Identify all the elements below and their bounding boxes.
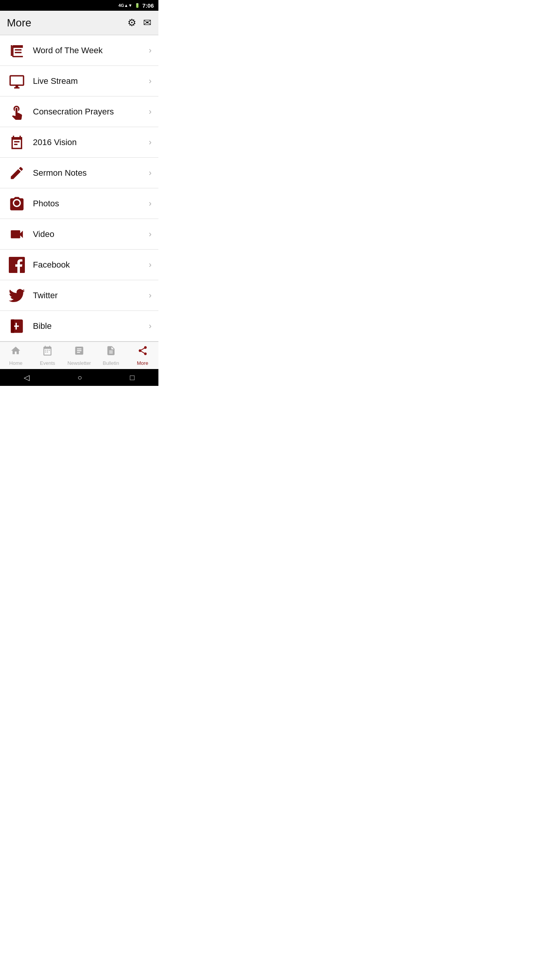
facebook-icon bbox=[7, 257, 27, 273]
menu-item-bible[interactable]: Bible › bbox=[0, 311, 158, 341]
nav-item-home-label: Home bbox=[9, 360, 23, 366]
bible-icon bbox=[7, 318, 27, 334]
back-button[interactable]: ◁ bbox=[24, 373, 29, 382]
nav-item-bulletin[interactable]: Bulletin bbox=[95, 342, 127, 369]
nav-item-home[interactable]: Home bbox=[0, 342, 32, 369]
nav-item-newsletter[interactable]: Newsletter bbox=[64, 342, 95, 369]
chevron-icon: › bbox=[149, 46, 152, 56]
time-display: 7:06 bbox=[142, 2, 154, 9]
bulletin-icon bbox=[106, 345, 116, 359]
chevron-icon: › bbox=[149, 291, 152, 301]
chevron-icon: › bbox=[149, 229, 152, 239]
battery-indicator: 🔋 bbox=[135, 3, 140, 8]
twitter-icon bbox=[7, 287, 27, 304]
chevron-icon: › bbox=[149, 168, 152, 178]
pencil-icon bbox=[7, 165, 27, 181]
header: More ⚙ ✉ bbox=[0, 11, 158, 35]
chevron-icon: › bbox=[149, 199, 152, 209]
mail-icon[interactable]: ✉ bbox=[143, 17, 152, 29]
menu-item-label-live-stream: Live Stream bbox=[27, 76, 149, 86]
camera-icon bbox=[7, 196, 27, 212]
menu-item-2016-vision[interactable]: 2016 Vision › bbox=[0, 127, 158, 158]
nav-item-events-label: Events bbox=[40, 360, 55, 366]
nav-item-newsletter-label: Newsletter bbox=[67, 360, 91, 366]
hand-icon bbox=[7, 104, 27, 120]
share-icon bbox=[137, 345, 148, 359]
home-icon bbox=[10, 345, 21, 359]
menu-item-label-twitter: Twitter bbox=[27, 291, 149, 301]
monitor-icon bbox=[7, 73, 27, 89]
menu-list: Word of The Week › Live Stream › Consecr… bbox=[0, 35, 158, 341]
chevron-icon: › bbox=[149, 137, 152, 147]
header-actions: ⚙ ✉ bbox=[127, 17, 152, 29]
menu-item-video[interactable]: Video › bbox=[0, 219, 158, 250]
notebook-icon bbox=[7, 134, 27, 150]
menu-item-label-photos: Photos bbox=[27, 199, 149, 209]
home-button[interactable]: ○ bbox=[77, 373, 82, 382]
nav-item-more[interactable]: More bbox=[127, 342, 158, 369]
svg-rect-3 bbox=[11, 319, 14, 333]
page-title: More bbox=[7, 17, 31, 29]
bottom-nav: Home Events Newsletter Bulletin bbox=[0, 341, 158, 369]
chevron-icon: › bbox=[149, 76, 152, 86]
chevron-icon: › bbox=[149, 107, 152, 117]
menu-item-label-consecration-prayers: Consecration Prayers bbox=[27, 107, 149, 117]
menu-item-label-2016-vision: 2016 Vision bbox=[27, 137, 149, 147]
nav-item-bulletin-label: Bulletin bbox=[103, 360, 119, 366]
nav-item-events[interactable]: Events bbox=[32, 342, 64, 369]
status-bar: 4G▲▼ 🔋 7:06 bbox=[0, 0, 158, 11]
chevron-icon: › bbox=[149, 321, 152, 331]
newsletter-icon bbox=[74, 345, 85, 359]
chevron-icon: › bbox=[149, 260, 152, 270]
menu-item-label-word-of-the-week: Word of The Week bbox=[27, 46, 149, 56]
menu-item-photos[interactable]: Photos › bbox=[0, 188, 158, 219]
book-icon bbox=[7, 42, 27, 59]
menu-item-twitter[interactable]: Twitter › bbox=[0, 280, 158, 311]
menu-item-word-of-the-week[interactable]: Word of The Week › bbox=[0, 35, 158, 66]
video-icon bbox=[7, 226, 27, 242]
menu-item-label-video: Video bbox=[27, 229, 149, 239]
settings-icon[interactable]: ⚙ bbox=[127, 17, 136, 29]
recent-button[interactable]: □ bbox=[130, 373, 134, 382]
menu-item-live-stream[interactable]: Live Stream › bbox=[0, 66, 158, 96]
menu-item-facebook[interactable]: Facebook › bbox=[0, 250, 158, 280]
menu-item-consecration-prayers[interactable]: Consecration Prayers › bbox=[0, 96, 158, 127]
signal-indicator: 4G▲▼ bbox=[119, 3, 132, 8]
menu-item-label-facebook: Facebook bbox=[27, 260, 149, 270]
calendar-icon bbox=[42, 345, 53, 359]
nav-item-more-label: More bbox=[137, 360, 148, 366]
menu-item-label-sermon-notes: Sermon Notes bbox=[27, 168, 149, 178]
menu-item-sermon-notes[interactable]: Sermon Notes › bbox=[0, 158, 158, 188]
android-nav-bar: ◁ ○ □ bbox=[0, 369, 158, 386]
menu-item-label-bible: Bible bbox=[27, 321, 149, 331]
